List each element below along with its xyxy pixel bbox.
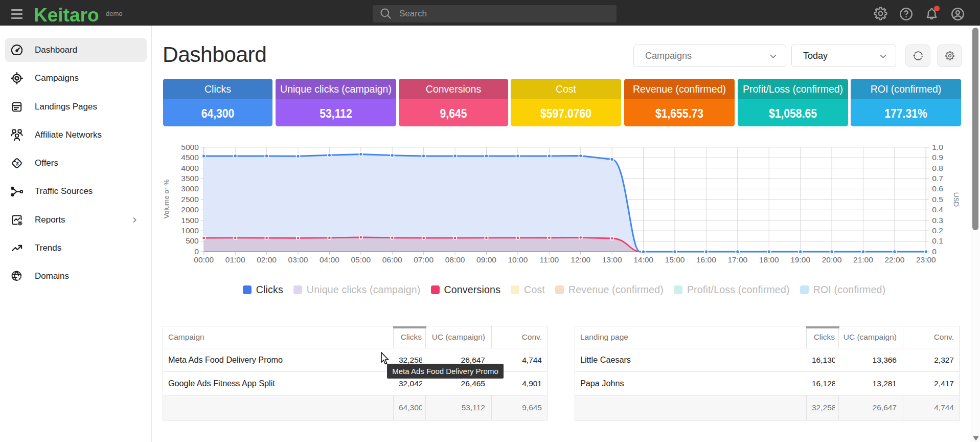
- svg-text:08:00: 08:00: [445, 255, 465, 264]
- svg-text:1000: 1000: [181, 226, 199, 235]
- svg-text:13:00: 13:00: [602, 255, 622, 264]
- svg-text:5000: 5000: [181, 143, 199, 151]
- svg-text:09:00: 09:00: [476, 255, 496, 264]
- svg-text:0: 0: [932, 247, 937, 256]
- svg-text:0.1: 0.1: [932, 236, 943, 245]
- svg-text:10:00: 10:00: [508, 255, 528, 264]
- svg-text:0.3: 0.3: [932, 216, 943, 225]
- svg-text:0.7: 0.7: [932, 174, 943, 183]
- svg-text:15:00: 15:00: [665, 255, 685, 264]
- svg-text:1.0: 1.0: [932, 143, 943, 151]
- svg-text:06:00: 06:00: [382, 255, 402, 264]
- svg-text:0: 0: [194, 247, 199, 256]
- svg-text:16:00: 16:00: [696, 255, 716, 264]
- svg-text:21:00: 21:00: [853, 255, 873, 264]
- svg-text:500: 500: [186, 236, 199, 245]
- svg-text:3000: 3000: [181, 184, 199, 193]
- svg-text:0.4: 0.4: [932, 205, 943, 214]
- svg-text:01:00: 01:00: [225, 255, 245, 264]
- svg-text:0.9: 0.9: [932, 153, 943, 162]
- svg-text:03:00: 03:00: [288, 255, 308, 264]
- svg-text:20:00: 20:00: [822, 255, 842, 264]
- svg-text:2500: 2500: [181, 195, 199, 204]
- svg-text:0.5: 0.5: [932, 195, 943, 204]
- svg-text:12:00: 12:00: [571, 255, 590, 264]
- svg-text:02:00: 02:00: [257, 255, 277, 264]
- svg-text:USD: USD: [952, 192, 960, 207]
- svg-text:05:00: 05:00: [351, 255, 371, 264]
- svg-text:19:00: 19:00: [790, 255, 810, 264]
- svg-text:22:00: 22:00: [884, 255, 904, 264]
- svg-text:4500: 4500: [181, 153, 199, 162]
- svg-text:00:00: 00:00: [194, 255, 214, 264]
- svg-text:Volume or %: Volume or %: [163, 180, 170, 219]
- svg-text:04:00: 04:00: [320, 255, 339, 264]
- svg-text:0.8: 0.8: [932, 164, 943, 172]
- svg-text:11:00: 11:00: [539, 255, 559, 264]
- svg-text:1500: 1500: [181, 216, 199, 225]
- svg-text:07:00: 07:00: [414, 255, 434, 264]
- svg-text:23:00: 23:00: [916, 255, 936, 264]
- svg-text:4000: 4000: [181, 164, 199, 172]
- svg-text:0.6: 0.6: [932, 184, 943, 193]
- svg-text:3500: 3500: [181, 174, 199, 183]
- svg-text:17:00: 17:00: [727, 255, 747, 264]
- svg-text:2000: 2000: [181, 205, 199, 214]
- svg-text:18:00: 18:00: [759, 255, 779, 264]
- svg-text:14:00: 14:00: [633, 255, 653, 264]
- svg-text:0.2: 0.2: [932, 226, 943, 235]
